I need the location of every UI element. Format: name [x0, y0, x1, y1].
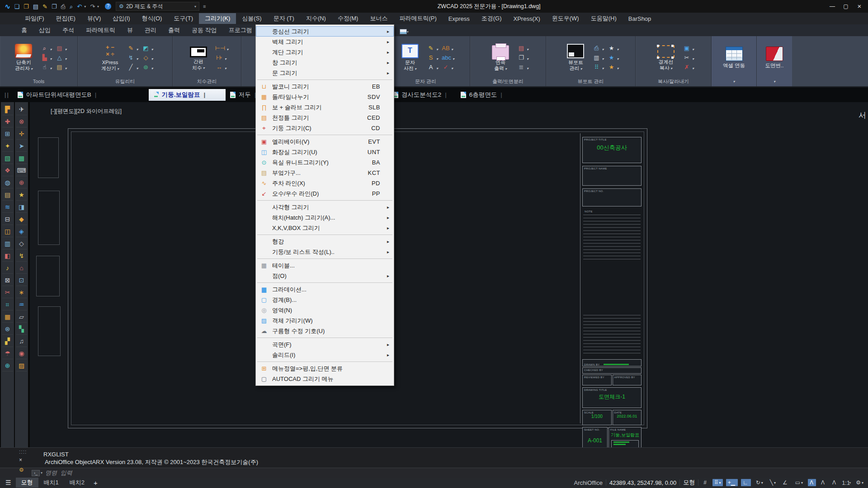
text-dictionary-button[interactable]: 문자사전	[397, 44, 423, 72]
menu-item[interactable]: 계단 그리기 ▸	[256, 47, 394, 57]
menu-item[interactable]: ∿ 주차 라인(X) PD	[256, 178, 394, 188]
viewport-icon-button[interactable]: ⠿	[592, 63, 604, 71]
menu-item[interactable]	[257, 135, 392, 135]
toolbar-icon[interactable]: ⊕	[2, 360, 13, 371]
customize-command-icon[interactable]: ⚙	[19, 467, 24, 473]
toolbar-icon[interactable]: ▥	[2, 238, 13, 249]
toolbar-icon[interactable]: ★	[16, 189, 27, 201]
ribbon-tab[interactable]: 삽입	[33, 24, 57, 36]
ribbon-tab[interactable]: 공동 작업	[186, 24, 223, 36]
ribbon-tab[interactable]: 출력	[162, 24, 186, 36]
menu-item[interactable]: ▆ 그라데이션...	[256, 284, 394, 295]
ribbon-tab[interactable]: 뷰	[121, 24, 139, 36]
text-icon-button[interactable]: ✓	[442, 63, 454, 71]
ribbon-tab[interactable]: 주석	[57, 24, 80, 36]
document-tab[interactable]: 아파트단위세대평면도B|	[13, 89, 149, 101]
utility-icon-button[interactable]: ✎	[127, 44, 138, 52]
menu-bar-item[interactable]: 조경(G)	[476, 13, 508, 24]
tool-icon-button[interactable]: ☝	[40, 63, 52, 71]
menu-item[interactable]: ⊞ 메뉴정열=>평,입,단면 분류	[256, 363, 394, 374]
toolbar-icon[interactable]: ▩	[16, 153, 27, 164]
ribbon-panel-excel[interactable]: 엑셀 연동	[712, 36, 757, 86]
text-icon-button[interactable]: A	[427, 63, 438, 71]
caret-icon[interactable]	[774, 78, 775, 84]
menu-bar-item[interactable]: 보너스	[364, 13, 393, 24]
menu-item[interactable]: ◫ 화장실 그리기(U) UNT	[256, 147, 394, 157]
status-toggle[interactable]: +▁	[726, 479, 738, 486]
menu-bar-item[interactable]: 뷰(V)	[81, 13, 107, 24]
menu-item[interactable]: X,K,V,BOX 그리기 ▸	[256, 223, 394, 233]
status-toggle[interactable]: ↻▾	[754, 479, 765, 486]
menu-item[interactable]: ⌖ 기둥 그리기(C) CD	[256, 123, 394, 133]
ribbon-display-toggle[interactable]: ▾	[400, 29, 409, 36]
menu-bar-item[interactable]: 도구(T)	[168, 13, 199, 24]
toolbar-icon[interactable]: ◍	[2, 177, 13, 188]
viewport-icon-button[interactable]: ★	[608, 44, 619, 52]
menu-item[interactable]: ▦ 테이블...	[256, 260, 394, 271]
viewport-controls[interactable]: [-][평면도][2D 와이어프레임]	[51, 108, 122, 115]
toolbar-icon[interactable]: ☂	[2, 348, 13, 359]
ribbon-tab[interactable]: 파라메트릭	[80, 24, 121, 36]
minimize-button[interactable]: —	[826, 2, 838, 11]
menu-item[interactable]: ↙ 오수/우수 라인(D) PP	[256, 188, 394, 199]
toolbar-icon[interactable]: ⌂	[16, 263, 27, 274]
toolbar-icon[interactable]: ♫	[16, 336, 27, 347]
utility-icon-button[interactable]: ↯	[127, 54, 138, 62]
undo-caret-icon[interactable]: ▾	[84, 5, 86, 9]
menu-item[interactable]: 솔리드(I) ▸	[256, 350, 394, 360]
status-toggle[interactable]: ∠	[781, 479, 790, 486]
status-toggle[interactable]: ⠿▾	[712, 479, 723, 486]
menu-item[interactable]: ☁ 구름형 수정 기호(U)	[256, 326, 394, 336]
menu-item[interactable]: ∏ 보 + 슬라브 그리기 SLB	[256, 102, 394, 113]
toolbar-icon[interactable]: ➤	[16, 141, 27, 152]
viewport-icon-button[interactable]: ▥	[592, 54, 604, 62]
toolbar-icon[interactable]: ◆	[16, 214, 27, 225]
maximize-button[interactable]: ▢	[840, 2, 852, 11]
toolbar-icon[interactable]: ↯	[16, 250, 27, 262]
status-toggle[interactable]: ∟	[741, 479, 751, 486]
toolbar-icon[interactable]: ◇	[16, 238, 27, 249]
menu-bar-item[interactable]: Express	[443, 14, 476, 23]
toolbar-icon[interactable]: ▧	[2, 153, 13, 164]
menu-item[interactable]: 창 그리기 ▸	[256, 57, 394, 68]
copy-icon-button[interactable]: ✂	[683, 54, 694, 62]
toolbar-icon[interactable]: ♒	[16, 299, 27, 310]
menu-bar-item[interactable]: 편집(E)	[50, 13, 81, 24]
copy-icon-button[interactable]: ▣	[683, 44, 694, 52]
menu-item[interactable]: 곡면(F) ▸	[256, 339, 394, 350]
quick-access-icon[interactable]: ❐	[24, 4, 29, 9]
tool-icon-button[interactable]: ▨	[56, 44, 67, 52]
workspace-switcher[interactable]: ⚙ 2D 제도 & 주석 ▾	[116, 2, 199, 11]
drawing-canvas[interactable]: [-][평면도][2D 와이어프레임] 서 PROJECT TITLE 00신축…	[30, 102, 868, 447]
document-tab[interactable]: 기둥.보일람표|	[149, 89, 226, 101]
menu-bar-item[interactable]: 삽입(I)	[107, 13, 136, 24]
viewport-icon-button[interactable]: ★	[608, 63, 619, 71]
utility-icon-button[interactable]: ╱	[127, 63, 138, 71]
xpress-calculator-button[interactable]: XPress계산기	[97, 44, 123, 72]
toolbar-icon[interactable]: ▦	[2, 311, 13, 323]
toolbar-icon[interactable]: ⊠	[2, 275, 13, 286]
text-icon-button[interactable]: AB	[442, 44, 454, 52]
text-icon-button[interactable]: abc	[442, 54, 454, 62]
toolbar-icon[interactable]: ◨	[16, 202, 27, 213]
caret-icon[interactable]	[733, 78, 735, 84]
close-command-icon[interactable]: ×	[19, 457, 22, 463]
menu-bar-item[interactable]: 심볼(S)	[236, 13, 267, 24]
toolbar-icon[interactable]: ⌗	[2, 299, 13, 310]
menu-item[interactable]: 해치(Hatch) 그리기(A)... ▸	[256, 212, 394, 223]
menu-item[interactable]: ▢ AUTOCAD 그리기 메뉴	[256, 374, 394, 384]
command-prompt-icon[interactable]: ›_	[32, 470, 40, 476]
menu-bar-item[interactable]: 수정(M)	[332, 13, 364, 24]
menu-item[interactable]: ◎ 영역(N)	[256, 305, 394, 315]
quick-access-icon[interactable]: ⎙	[61, 4, 66, 9]
toolbar-icon[interactable]: ❖	[2, 165, 13, 176]
toolbar-icon[interactable]: ✚	[2, 116, 13, 127]
toolbar-icon[interactable]: ⊗	[16, 116, 27, 127]
toolbar-icon[interactable]: ✂	[2, 287, 13, 298]
menu-bar-item[interactable]: 문자 (T)	[268, 13, 300, 24]
quick-access-icon[interactable]: ✎	[42, 4, 47, 9]
status-toggle[interactable]: ╲▾	[768, 479, 778, 486]
menu-item[interactable]: 기둥/보 리스트 작성(L).. ▸	[256, 247, 394, 257]
output-icon-button[interactable]: ≣	[517, 63, 528, 71]
boundary-copy-button[interactable]: 경계선복사	[653, 44, 679, 71]
